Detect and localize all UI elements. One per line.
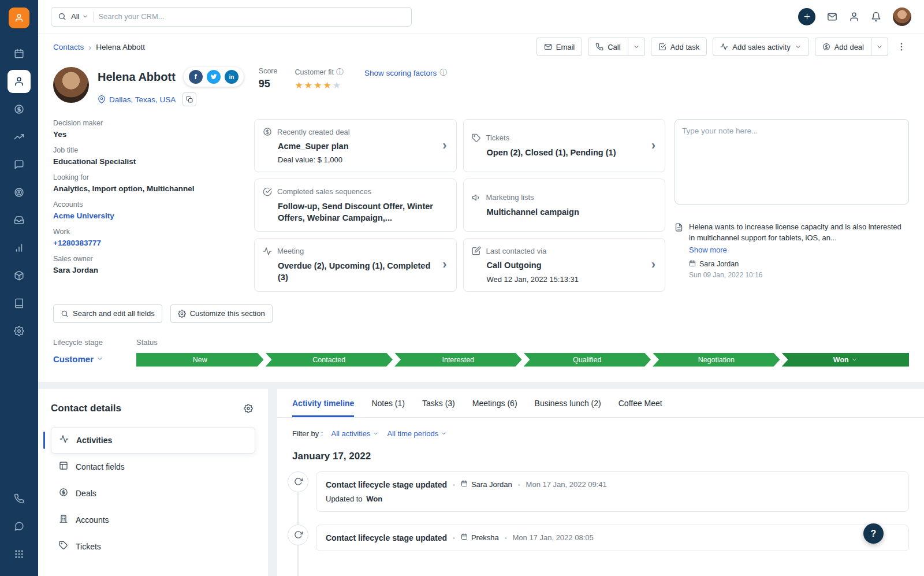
stage-label: New [193, 356, 207, 364]
dot-separator: • [453, 481, 455, 488]
sidebar-calendar-icon[interactable] [8, 42, 31, 65]
account-link[interactable]: Acme University [53, 211, 245, 220]
location-pin-icon [98, 95, 106, 103]
details-item-accounts[interactable]: Accounts [51, 507, 255, 533]
filter-activities-value: All activities [331, 429, 370, 438]
details-item-contact-fields[interactable]: Contact fields [51, 454, 255, 480]
lifecycle-stage-dropdown[interactable]: Customer [53, 354, 136, 364]
stage-label: Won [833, 356, 849, 364]
quick-add-button[interactable] [798, 8, 815, 25]
timeline-card[interactable]: Contact lifecycle stage updated • Sara J… [316, 471, 909, 512]
stage-qualified[interactable]: Qualified [524, 353, 651, 367]
sidebar-apps-icon[interactable] [8, 542, 31, 566]
note-item[interactable]: Helena wants to increase license capacit… [675, 222, 909, 279]
timeline-entry-title: Contact lifecycle stage updated [326, 480, 447, 489]
field-work-phone: Work +1280383777 [53, 228, 245, 247]
notifications-bell-icon[interactable] [871, 12, 881, 22]
show-scoring-factors-link[interactable]: Show scoring factors ⓘ [364, 68, 447, 78]
tab-tasks[interactable]: Tasks (3) [422, 399, 455, 417]
sidebar-deals-icon[interactable] [8, 98, 31, 121]
filter-activities-dropdown[interactable]: All activities [331, 429, 379, 438]
status-pipeline: New Contacted Interested Qualified Negot… [136, 353, 909, 367]
search-input[interactable] [98, 12, 405, 21]
freshworks-logo[interactable] [9, 8, 29, 28]
note-input[interactable] [675, 119, 909, 205]
info-icon[interactable]: ⓘ [336, 67, 344, 77]
contact-location-link[interactable]: Dallas, Texas, USA [109, 95, 176, 104]
facebook-icon[interactable]: f [189, 70, 203, 84]
add-task-button[interactable]: Add task [651, 38, 707, 56]
card-title: Last contacted via [486, 247, 547, 255]
twitter-icon[interactable] [207, 70, 221, 84]
chevron-right-icon[interactable]: › [650, 258, 657, 271]
stage-won[interactable]: Won [782, 353, 910, 367]
search-scope-dropdown[interactable]: All [71, 12, 88, 21]
tickets-card[interactable]: Tickets Open (2), Closed (1), Pending (1… [463, 119, 666, 172]
sidebar-reports-icon[interactable] [8, 236, 31, 259]
tab-notes[interactable]: Notes (1) [371, 399, 405, 417]
search-edit-fields-button[interactable]: Search and edit all fields [53, 304, 162, 323]
add-sales-activity-button[interactable]: Add sales activity [713, 38, 808, 56]
help-button[interactable]: ? [863, 523, 884, 544]
filter-periods-dropdown[interactable]: All time periods [387, 429, 447, 438]
field-label: Job title [53, 146, 245, 154]
breadcrumb-contacts-link[interactable]: Contacts [53, 43, 84, 51]
add-deal-dropdown-button[interactable] [871, 38, 888, 56]
tab-coffee-meet[interactable]: Coffee Meet [619, 399, 662, 417]
stage-negotiation[interactable]: Negotiation [653, 353, 780, 367]
field-decision-maker: Decision maker Yes [53, 119, 245, 139]
timeline-card[interactable]: Contact lifecycle stage updated • Preksh… [316, 525, 909, 551]
sidebar-chat-icon[interactable] [8, 515, 31, 538]
stage-new[interactable]: New [136, 353, 264, 367]
email-inbox-icon[interactable] [827, 12, 837, 22]
sidebar-products-icon[interactable] [8, 264, 31, 287]
profile-avatar[interactable] [893, 8, 911, 26]
sidebar-inbox-icon[interactable] [8, 209, 31, 232]
linkedin-icon[interactable]: in [225, 70, 239, 84]
user-activity-icon[interactable] [849, 12, 859, 22]
add-deal-button-label: Add deal [834, 43, 864, 51]
chevron-right-icon[interactable]: › [650, 139, 657, 152]
sidebar-conversations-icon[interactable] [8, 153, 31, 176]
sidebar-analytics-icon[interactable] [8, 125, 31, 148]
marketing-lists-card[interactable]: Marketing lists Multichannel campaign [463, 179, 666, 232]
more-actions-kebab-button[interactable] [894, 39, 909, 54]
note-show-more-link[interactable]: Show more [689, 246, 909, 254]
add-sales-activity-label: Add sales activity [732, 43, 790, 51]
sidebar-settings-icon[interactable] [8, 319, 31, 343]
lifecycle-stage-value: Customer [53, 354, 94, 364]
sidebar-phone-icon[interactable] [8, 487, 31, 510]
activity-tabs: Activity timeline Notes (1) Tasks (3) Me… [277, 389, 924, 418]
last-contacted-card[interactable]: Last contacted via Call Outgoing Wed 12 … [463, 238, 666, 291]
card-main: Follow-up, Send Discount Offer, Winter O… [278, 200, 448, 224]
sidebar-journal-icon[interactable] [8, 292, 31, 315]
tab-meetings[interactable]: Meetings (6) [472, 399, 517, 417]
recent-deal-card[interactable]: Recently created deal Acme_Super plan De… [254, 119, 457, 172]
activity-icon [59, 434, 69, 445]
customize-section-button[interactable]: Customize this section [170, 304, 273, 323]
details-item-deals[interactable]: Deals [51, 480, 255, 507]
details-settings-gear-button[interactable] [241, 402, 255, 415]
chevron-right-icon[interactable]: › [441, 139, 448, 152]
tab-business-lunch[interactable]: Business lunch (2) [535, 399, 601, 417]
details-item-activities[interactable]: Activities [51, 427, 255, 454]
call-dropdown-button[interactable] [628, 38, 645, 56]
details-item-tickets[interactable]: Tickets [51, 533, 255, 560]
copy-location-button[interactable] [182, 92, 196, 106]
global-search[interactable]: All [51, 7, 412, 27]
stage-label: Negotiation [698, 356, 735, 364]
stage-contacted[interactable]: Contacted [266, 353, 393, 367]
sales-sequences-card[interactable]: Completed sales sequences Follow-up, Sen… [254, 179, 457, 232]
note-author: Sara Jordan [699, 260, 739, 268]
stage-interested[interactable]: Interested [394, 353, 522, 367]
work-phone-link[interactable]: +1280383777 [53, 239, 245, 247]
sidebar-contacts-icon[interactable] [8, 70, 31, 93]
meeting-card[interactable]: Meeting Overdue (2), Upcoming (1), Compl… [254, 238, 457, 291]
tab-activity-timeline[interactable]: Activity timeline [292, 399, 354, 417]
email-button[interactable]: Email [536, 38, 583, 56]
sidebar-campaigns-icon[interactable] [8, 181, 31, 204]
chevron-right-icon[interactable]: › [441, 258, 448, 271]
add-deal-button[interactable]: Add deal [815, 38, 871, 56]
call-button[interactable]: Call [588, 38, 628, 56]
lifecycle-change-icon [288, 525, 308, 545]
